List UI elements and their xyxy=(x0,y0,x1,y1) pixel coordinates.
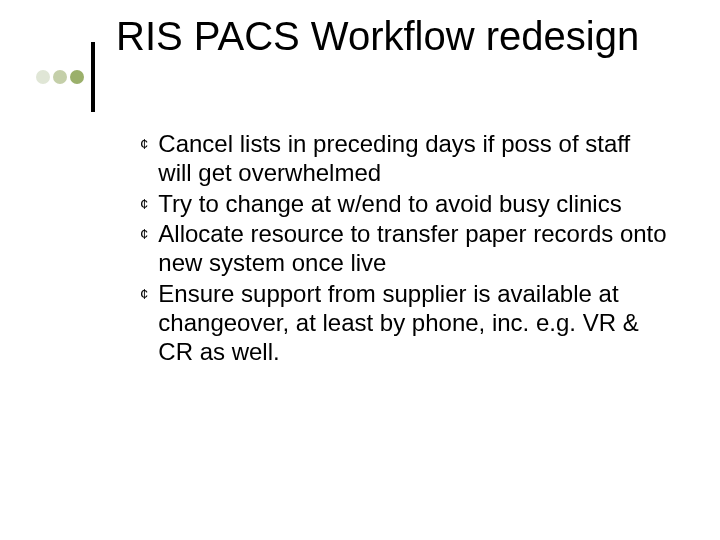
list-item: ¢ Ensure support from supplier is availa… xyxy=(140,280,670,366)
decor-dot-2 xyxy=(53,70,67,84)
bullet-icon: ¢ xyxy=(140,130,148,158)
list-item: ¢ Allocate resource to transfer paper re… xyxy=(140,220,670,278)
list-item: ¢ Try to change at w/end to avoid busy c… xyxy=(140,190,670,219)
slide-title: RIS PACS Workflow redesign xyxy=(116,14,676,58)
bullet-icon: ¢ xyxy=(140,220,148,248)
list-item-text: Try to change at w/end to avoid busy cli… xyxy=(158,190,670,219)
slide: RIS PACS Workflow redesign ¢ Cancel list… xyxy=(0,0,720,540)
decor-dot-1 xyxy=(36,70,50,84)
slide-body: ¢ Cancel lists in preceding days if poss… xyxy=(140,130,670,368)
list-item: ¢ Cancel lists in preceding days if poss… xyxy=(140,130,670,188)
decor-vertical-line xyxy=(91,42,95,112)
list-item-text: Ensure support from supplier is availabl… xyxy=(158,280,670,366)
list-item-text: Cancel lists in preceding days if poss o… xyxy=(158,130,670,188)
bullet-icon: ¢ xyxy=(140,280,148,308)
list-item-text: Allocate resource to transfer paper reco… xyxy=(158,220,670,278)
bullet-icon: ¢ xyxy=(140,190,148,218)
decor-dot-3 xyxy=(70,70,84,84)
title-decor xyxy=(36,42,95,112)
